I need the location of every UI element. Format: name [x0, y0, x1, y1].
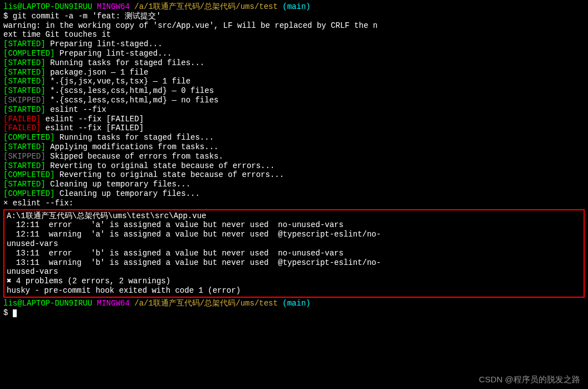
- step-tag: [STARTED]: [3, 58, 46, 67]
- lint-step-row: [STARTED] Applying modifications from ta…: [3, 142, 585, 152]
- eslint-fail-header: × eslint --fix:: [3, 199, 585, 208]
- step-message: Skipped because of errors from tasks.: [46, 152, 223, 161]
- step-tag: [STARTED]: [3, 86, 46, 95]
- step-tag: [COMPLETED]: [3, 133, 55, 142]
- step-message: eslint --fix: [46, 105, 106, 114]
- lint-error-row: 12:11 warning 'a' is assigned a value bu…: [7, 230, 581, 239]
- warning-line: warning: in the working copy of 'src/App…: [3, 21, 585, 31]
- prompt-path: /a/1联通产互代码/总架代码/ums/test: [134, 299, 278, 308]
- step-message: eslint --fix [FAILED]: [41, 115, 144, 124]
- prompt-symbol: $: [3, 308, 13, 317]
- step-tag: [COMPLETED]: [3, 189, 55, 198]
- lint-step-row: [COMPLETED] Running tasks for staged fil…: [3, 133, 585, 142]
- terminal-output: lis@LAPTOP-DUN9IRUU MINGW64 /a/1联通产互代码/总…: [3, 2, 585, 317]
- lint-step-row: [FAILED] eslint --fix [FAILED]: [3, 115, 585, 124]
- error-box: A:\1联通产互代码\总架代码\ums\test\src\App.vue 12:…: [3, 209, 585, 298]
- error-filepath: A:\1联通产互代码\总架代码\ums\test\src\App.vue: [7, 211, 581, 221]
- lint-step-row: [STARTED] eslint --fix: [3, 105, 585, 115]
- step-tag: [SKIPPED]: [3, 96, 46, 105]
- lint-step-row: [STARTED] package.json — 1 file: [3, 68, 585, 77]
- lint-step-row: [STARTED] Running tasks for staged files…: [3, 58, 585, 68]
- lint-error-row: unused-vars: [7, 239, 581, 249]
- prompt-path: /a/1联通产互代码/总架代码/ums/test: [134, 2, 278, 11]
- lint-step-row: [COMPLETED] Preparing lint-staged...: [3, 49, 585, 58]
- watermark-text: CSDN @程序员的脱发之路: [479, 375, 580, 385]
- step-tag: [STARTED]: [3, 40, 46, 48]
- prompt-user: lis@LAPTOP-DUN9IRUU: [3, 2, 92, 11]
- step-message: *.{js,jsx,vue,ts,tsx} — 1 file: [46, 77, 190, 86]
- step-message: Cleaning up temporary files...: [55, 189, 199, 198]
- lint-error-row: 13:11 error 'b' is assigned a value but …: [7, 249, 581, 258]
- prompt-env: MINGW64: [97, 2, 130, 11]
- step-message: Preparing lint-staged...: [46, 40, 163, 48]
- step-tag: [STARTED]: [3, 142, 46, 151]
- prompt-branch: (main): [282, 299, 310, 308]
- prompt-user: lis@LAPTOP-DUN9IRUU: [3, 299, 92, 308]
- step-tag: [COMPLETED]: [3, 170, 55, 179]
- step-tag: [FAILED]: [3, 115, 41, 124]
- step-message: Reverting to original state because of e…: [46, 161, 275, 170]
- husky-error: husky - pre-commit hook exited with code…: [7, 286, 581, 296]
- lint-step-row: [SKIPPED] *.{scss,less,css,html,md} — no…: [3, 96, 585, 105]
- step-message: package.json — 1 file: [46, 68, 149, 77]
- step-tag: [STARTED]: [3, 77, 46, 86]
- prompt-line: lis@LAPTOP-DUN9IRUU MINGW64 /a/1联通产互代码/总…: [3, 2, 585, 12]
- lint-step-row: [STARTED] *.{scss,less,css,html,md} — 0 …: [3, 86, 585, 96]
- step-tag: [COMPLETED]: [3, 49, 55, 58]
- step-message: Running tasks for staged files...: [46, 58, 205, 67]
- lint-steps: [STARTED] Preparing lint-staged...[COMPL…: [3, 40, 585, 199]
- lint-step-row: [FAILED] eslint --fix [FAILED]: [3, 124, 585, 133]
- step-message: Cleaning up temporary files...: [46, 180, 190, 189]
- problems-summary: ✖ 4 problems (2 errors, 2 warnings): [7, 277, 581, 286]
- lint-step-row: [STARTED] *.{js,jsx,vue,ts,tsx} — 1 file: [3, 77, 585, 86]
- lint-step-row: [STARTED] Preparing lint-staged...: [3, 40, 585, 49]
- lint-step-row: [STARTED] Reverting to original state be…: [3, 161, 585, 171]
- prompt-branch: (main): [282, 2, 310, 11]
- step-tag: [STARTED]: [3, 180, 46, 189]
- lint-step-row: [COMPLETED] Cleaning up temporary files.…: [3, 189, 585, 199]
- lint-error-row: 12:11 error 'a' is assigned a value but …: [7, 220, 581, 230]
- prompt-env: MINGW64: [97, 299, 130, 308]
- prompt-line: lis@LAPTOP-DUN9IRUU MINGW64 /a/1联通产互代码/总…: [3, 299, 585, 308]
- warning-line: ext time Git touches it: [3, 30, 585, 40]
- step-message: *.{scss,less,css,html,md} — no files: [46, 96, 219, 105]
- lint-error-row: unused-vars: [7, 267, 581, 277]
- step-message: Running tasks for staged files...: [55, 133, 214, 142]
- step-message: eslint --fix [FAILED]: [41, 124, 144, 132]
- step-message: *.{scss,less,css,html,md} — 0 files: [46, 86, 214, 95]
- problems-text: 4 problems (2 errors, 2 warnings): [16, 277, 170, 285]
- lint-step-row: [STARTED] Cleaning up temporary files...: [3, 180, 585, 189]
- step-message: Preparing lint-staged...: [55, 49, 171, 58]
- step-tag: [STARTED]: [3, 161, 46, 170]
- step-tag: [STARTED]: [3, 105, 46, 114]
- lint-step-row: [COMPLETED] Reverting to original state …: [3, 170, 585, 180]
- step-tag: [FAILED]: [3, 124, 41, 132]
- step-message: Reverting to original state because of e…: [55, 170, 284, 179]
- prompt-input-line[interactable]: $: [3, 308, 585, 318]
- step-message: Applying modifications from tasks...: [46, 142, 219, 151]
- command-line: $ git commit -a -m 'feat: 测试提交': [3, 12, 585, 21]
- lint-error-row: 13:11 warning 'b' is assigned a value bu…: [7, 258, 581, 268]
- x-icon: ✖: [7, 277, 16, 285]
- step-tag: [STARTED]: [3, 68, 46, 77]
- lint-step-row: [SKIPPED] Skipped because of errors from…: [3, 152, 585, 161]
- cursor-icon: [13, 309, 17, 317]
- step-tag: [SKIPPED]: [3, 152, 46, 161]
